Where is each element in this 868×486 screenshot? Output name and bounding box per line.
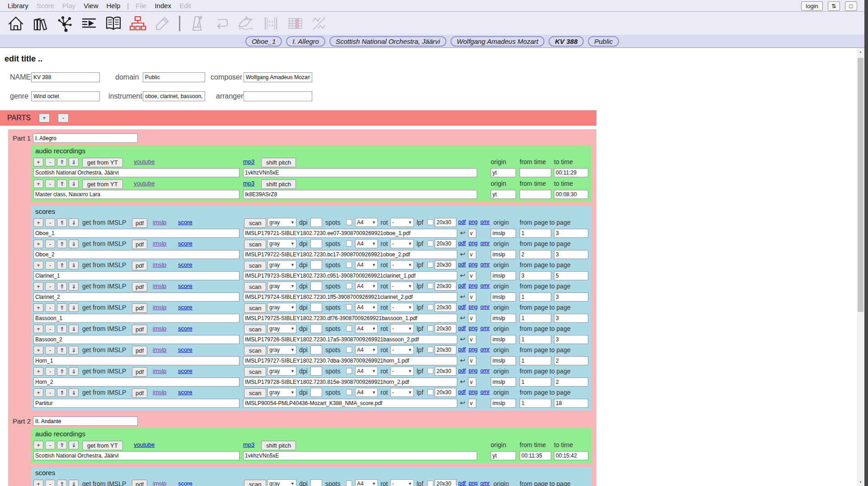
to-time-input[interactable] [554,168,588,177]
breadcrumb-pill[interactable]: Wolfgang Amadeus Mozart [450,36,544,47]
imslp-link[interactable]: imslp [153,283,166,289]
imslp-link[interactable]: imslp [153,240,166,247]
from-page-input[interactable] [520,356,551,365]
page-size-input[interactable] [435,282,456,291]
rot-select[interactable]: -▼ [390,239,414,248]
score-link[interactable]: score [178,325,192,332]
color-select[interactable]: gray▼ [267,260,296,269]
score-move-down-button[interactable]: ⇓ [69,303,79,312]
origin-input[interactable] [491,250,516,259]
score-link[interactable]: score [178,219,192,226]
audio-move-up-button[interactable]: ⇑ [57,179,67,188]
lpf-checkbox[interactable] [427,304,433,310]
video-id-input[interactable] [243,168,477,177]
rot-select[interactable]: -▼ [390,218,414,227]
pdf-button[interactable]: pdf [132,367,147,377]
score-remove-button[interactable]: - [45,240,55,248]
omr-link[interactable]: omr [480,219,490,225]
breadcrumb-pill[interactable]: Oboe_1 [245,36,282,47]
png-link[interactable]: png [469,389,478,395]
file-name-input[interactable] [243,314,457,323]
lpf-checkbox[interactable] [427,283,433,289]
score-move-up-button[interactable]: ⇑ [57,240,67,248]
file-name-input[interactable] [243,271,457,280]
score-remove-button[interactable]: - [45,303,55,312]
score-remove-button[interactable]: - [45,367,55,376]
paper-select[interactable]: A4▼ [355,260,378,269]
paper-select[interactable]: A4▼ [355,303,378,312]
lpf-checkbox[interactable] [427,368,433,374]
rot-select[interactable]: -▼ [390,260,414,269]
audio-add-button[interactable]: + [33,441,43,449]
dpi-input[interactable] [310,388,322,397]
color-select[interactable]: gray▼ [267,218,296,227]
score-move-down-button[interactable]: ⇓ [69,367,79,376]
pdf-button[interactable]: pdf [132,261,147,270]
pdf-button[interactable]: pdf [132,218,147,228]
file-name-input[interactable] [243,356,457,365]
pdf-link[interactable]: pdf [458,304,466,310]
window-button[interactable]: □ [845,1,857,11]
png-link[interactable]: png [469,304,478,310]
login-button[interactable]: login [801,1,823,11]
origin-input[interactable] [491,335,516,344]
parts-add-button[interactable]: + [39,113,50,123]
origin-input[interactable] [491,377,516,387]
paper-select[interactable]: A4▼ [355,367,378,376]
video-id-input[interactable] [243,451,477,460]
pdf-button[interactable]: pdf [132,325,147,334]
scan-button[interactable]: scan [244,388,266,398]
origin-input[interactable] [491,399,516,408]
page-size-input[interactable] [435,260,456,269]
video-id-input[interactable] [243,190,477,199]
score-add-button[interactable]: + [33,388,43,397]
score-add-button[interactable]: + [33,240,43,248]
score-add-button[interactable]: + [33,261,43,269]
score-move-down-button[interactable]: ⇓ [69,261,79,269]
color-select[interactable]: gray▼ [267,345,296,354]
origin-input[interactable] [491,229,516,238]
page-size-input[interactable] [435,324,456,333]
rot-select[interactable]: -▼ [390,345,414,354]
color-select[interactable]: gray▼ [267,239,296,248]
score-remove-button[interactable]: - [45,325,55,333]
scan-button[interactable]: scan [244,218,266,228]
mp3-link[interactable]: mp3 [243,441,254,448]
pdf-link[interactable]: pdf [458,261,466,268]
to-page-input[interactable] [554,229,588,238]
menu-item-help[interactable]: Help [102,2,124,9]
get-from-yt-button[interactable]: get from YT [82,158,123,167]
part-title-input[interactable] [33,133,138,143]
score-move-down-button[interactable]: ⇓ [69,480,79,486]
score-move-up-button[interactable]: ⇑ [57,346,67,354]
wrap-toggle[interactable]: ↩ [460,399,465,406]
lpf-checkbox[interactable] [427,262,433,268]
to-page-input[interactable] [554,335,588,344]
imslp-link[interactable]: imslp [153,346,166,353]
spots-checkbox[interactable] [346,481,352,486]
pdf-link[interactable]: pdf [458,219,466,225]
part-name-input[interactable] [33,399,239,408]
score-move-down-button[interactable]: ⇓ [69,325,79,333]
score-move-up-button[interactable]: ⇑ [57,282,67,291]
audio-move-down-button[interactable]: ⇓ [69,441,79,449]
origin-input[interactable] [491,271,516,280]
color-select[interactable]: gray▼ [267,388,296,397]
audio-move-down-button[interactable]: ⇓ [69,179,79,188]
png-link[interactable]: png [469,346,478,353]
omr-link[interactable]: omr [480,480,490,486]
shift-pitch-button[interactable]: shift pitch [261,441,296,450]
audio-move-up-button[interactable]: ⇑ [57,441,67,449]
rot-select[interactable]: -▼ [390,282,414,291]
part-name-input[interactable] [33,377,239,387]
wrap-toggle[interactable]: ↩ [460,314,465,321]
scan-button[interactable]: scan [244,240,266,249]
breadcrumb-pill[interactable]: Public [588,36,619,47]
paper-select[interactable]: A4▼ [355,282,378,291]
png-link[interactable]: png [469,261,478,268]
v-input[interactable] [468,271,476,280]
parts-remove-button[interactable]: - [58,113,69,123]
color-select[interactable]: gray▼ [267,303,296,312]
imslp-link[interactable]: imslp [153,480,166,486]
origin-input[interactable] [491,293,516,302]
